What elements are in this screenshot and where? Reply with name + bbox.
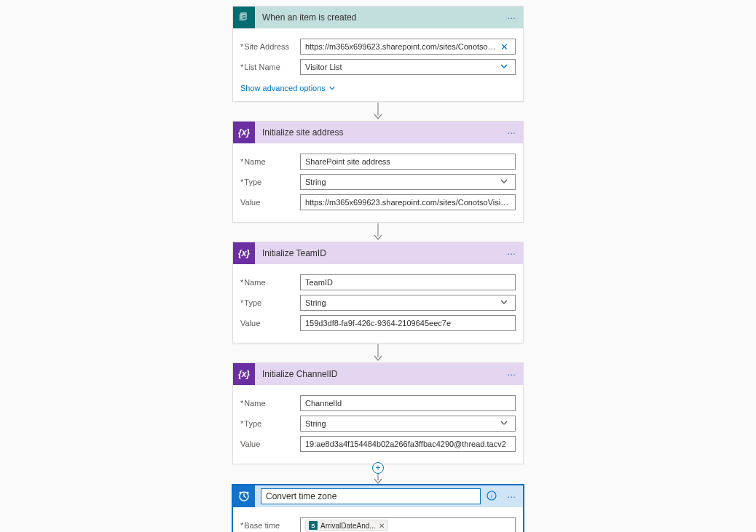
remove-token-icon[interactable]: ✕ (379, 522, 385, 530)
value-input[interactable]: https://m365x699623.sharepoint.com/sites… (300, 194, 516, 210)
type-input[interactable]: String (300, 295, 516, 311)
type-label: *Type (240, 419, 300, 428)
svg-point-9 (247, 492, 249, 494)
name-label: *Name (240, 399, 300, 408)
ellipsis-icon[interactable]: ··· (504, 490, 519, 503)
site-address-input[interactable]: https://m365x699623.sharepoint.com/sites… (300, 39, 516, 55)
base-time-label: *Base time (240, 521, 300, 530)
add-step-button[interactable]: + (372, 462, 384, 474)
ellipsis-icon[interactable]: ··· (504, 247, 519, 260)
variable-header[interactable]: {x} Initialize TeamID ··· (233, 242, 523, 264)
show-advanced-options-link[interactable]: Show advanced options (240, 84, 336, 92)
clear-icon[interactable]: ✕ (497, 41, 511, 52)
value-input[interactable]: 19:ae8d3a4f154484b02a266fa3ffbac4290@thr… (300, 436, 516, 452)
connector-arrow[interactable] (232, 223, 524, 242)
name-input[interactable]: SharePoint site address (300, 154, 516, 170)
variable-icon: {x} (233, 363, 255, 385)
list-name-input[interactable]: Visitor List (300, 59, 516, 75)
info-icon[interactable]: i (484, 489, 500, 504)
ellipsis-icon[interactable]: ··· (504, 126, 519, 139)
convert-header[interactable]: Convert time zone i ··· (233, 485, 523, 507)
connector-arrow[interactable] (232, 344, 524, 362)
variable-card-site-address: {x} Initialize site address ··· *Name Sh… (232, 121, 524, 223)
name-input[interactable]: TeamID (300, 274, 516, 290)
clock-icon (233, 485, 255, 507)
variable-card-teamid: {x} Initialize TeamID ··· *Name TeamID *… (232, 242, 524, 344)
name-label: *Name (240, 157, 300, 166)
dynamic-content-token[interactable]: S ArrivalDateAnd... ✕ (305, 520, 388, 531)
chevron-down-icon[interactable] (497, 62, 511, 72)
variable-title: Initialize site address (255, 127, 504, 138)
chevron-down-icon[interactable] (497, 418, 511, 429)
value-label: Value (240, 198, 300, 207)
list-name-label: *List Name (240, 63, 300, 71)
variable-header[interactable]: {x} Initialize ChannelID ··· (233, 363, 523, 385)
type-input[interactable]: String (300, 174, 516, 190)
svg-text:S: S (242, 14, 246, 20)
ellipsis-icon[interactable]: ··· (504, 368, 519, 381)
variable-header[interactable]: {x} Initialize site address ··· (233, 122, 523, 143)
chevron-down-icon[interactable] (497, 298, 511, 308)
variable-icon: {x} (233, 122, 255, 143)
name-input[interactable]: ChannelId (300, 395, 516, 411)
chevron-down-icon[interactable] (497, 177, 511, 187)
svg-point-8 (240, 492, 242, 494)
value-label: Value (240, 440, 300, 448)
ellipsis-icon[interactable]: ··· (504, 11, 519, 24)
variable-icon: {x} (233, 242, 255, 264)
sharepoint-icon: S (309, 521, 318, 530)
type-label: *Type (240, 178, 300, 186)
value-label: Value (240, 319, 300, 327)
variable-title: Initialize ChannelID (255, 369, 504, 379)
trigger-header[interactable]: S When an item is created ··· (233, 7, 523, 28)
connector-arrow[interactable] (232, 102, 524, 121)
add-step-connector[interactable]: + (232, 464, 524, 485)
trigger-title: When an item is created (255, 12, 504, 23)
site-address-label: *Site Address (240, 42, 300, 51)
sharepoint-icon: S (233, 7, 255, 28)
type-input[interactable]: String (300, 416, 516, 432)
variable-title: Initialize TeamID (255, 248, 504, 258)
action-title-input[interactable]: Convert time zone (261, 488, 481, 504)
value-input[interactable]: 159d3df8-fa9f-426c-9364-2109645eec7e (300, 315, 516, 331)
name-label: *Name (240, 278, 300, 287)
variable-card-channelid: {x} Initialize ChannelID ··· *Name Chann… (232, 362, 524, 464)
trigger-card: S When an item is created ··· *Site Addr… (232, 6, 524, 102)
svg-text:i: i (491, 492, 493, 499)
convert-time-zone-card: Convert time zone i ··· *Base time S Arr… (232, 485, 524, 532)
base-time-input[interactable]: S ArrivalDateAnd... ✕ (300, 517, 516, 532)
type-label: *Type (240, 298, 300, 307)
